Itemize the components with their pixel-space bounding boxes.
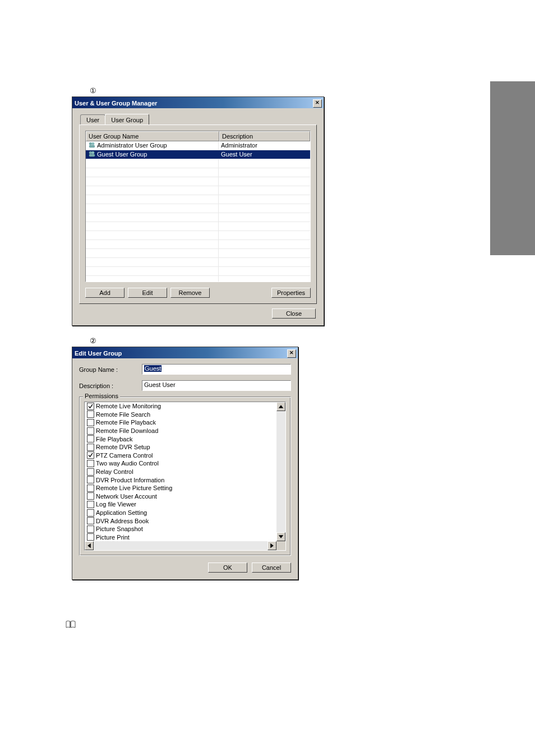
- svg-point-4: [91, 151, 94, 154]
- permissions-groupbox: Permissions Remote Live MonitoringRemote…: [79, 397, 291, 556]
- titlebar-2[interactable]: Edit User Group ✕: [72, 347, 298, 358]
- checkbox[interactable]: [87, 501, 94, 508]
- permissions-checklist[interactable]: Remote Live MonitoringRemote File Search…: [84, 402, 286, 551]
- dialog2-title: Edit User Group: [75, 350, 122, 357]
- permission-label: Remote File Playback: [96, 418, 156, 426]
- checkbox[interactable]: [87, 509, 94, 517]
- properties-button[interactable]: Properties: [271, 288, 311, 298]
- checkbox[interactable]: [87, 517, 94, 524]
- permission-item[interactable]: File Playback: [85, 435, 285, 443]
- checkbox[interactable]: [87, 444, 94, 451]
- scroll-left-icon[interactable]: [85, 541, 94, 550]
- scroll-down-icon[interactable]: [276, 532, 285, 541]
- permission-item[interactable]: Remote Live Monitoring: [85, 402, 285, 411]
- checkbox[interactable]: [87, 533, 94, 541]
- user-group-icon: [88, 141, 96, 150]
- remove-button[interactable]: Remove: [170, 288, 210, 298]
- tab-user[interactable]: User: [80, 114, 105, 125]
- scroll-track-h[interactable]: [94, 541, 268, 550]
- titlebar-1[interactable]: User & User Group Manager ✕: [72, 97, 324, 108]
- checkbox[interactable]: [87, 411, 94, 418]
- side-gray-block: [490, 81, 535, 255]
- checkbox[interactable]: [87, 468, 94, 476]
- checkbox[interactable]: [87, 460, 94, 467]
- dialog1-title: User & User Group Manager: [75, 100, 157, 107]
- scroll-track[interactable]: [276, 411, 285, 532]
- close-button[interactable]: Close: [272, 308, 316, 319]
- permission-item[interactable]: PTZ Camera Control: [85, 451, 285, 460]
- permissions-label: Permissions: [83, 393, 120, 399]
- permission-label: Remote Live Monitoring: [96, 402, 161, 410]
- permission-label: Log file Viewer: [96, 500, 136, 508]
- permission-label: Remote DVR Setup: [96, 443, 150, 451]
- permission-label: DVR Address Book: [96, 517, 149, 525]
- table-row[interactable]: Guest User GroupGuest User: [86, 150, 310, 159]
- permission-item[interactable]: Relay Control: [85, 468, 285, 476]
- horizontal-scrollbar[interactable]: [85, 541, 285, 550]
- vertical-scrollbar[interactable]: [276, 402, 285, 541]
- checkbox[interactable]: [87, 451, 94, 459]
- ok-button[interactable]: OK: [208, 563, 247, 573]
- checkbox[interactable]: [87, 419, 94, 426]
- user-group-manager-dialog: User & User Group Manager ✕ User User Gr…: [72, 96, 324, 326]
- checkbox[interactable]: [87, 476, 94, 483]
- close-icon[interactable]: ✕: [287, 349, 296, 358]
- description-label: Description :: [79, 382, 142, 389]
- permission-item[interactable]: Application Setting: [85, 509, 285, 517]
- cancel-button[interactable]: Cancel: [252, 563, 291, 573]
- edit-user-group-dialog: Edit User Group ✕ Group Name : Guest Des…: [72, 347, 298, 580]
- scroll-right-icon[interactable]: [268, 541, 276, 550]
- svg-rect-2: [89, 145, 95, 147]
- scroll-up-icon[interactable]: [276, 402, 285, 411]
- permission-label: Remote File Search: [96, 411, 150, 418]
- checkbox[interactable]: [87, 485, 94, 492]
- checkbox[interactable]: [87, 403, 94, 410]
- permission-label: Two way Audio Control: [96, 459, 159, 467]
- permission-item[interactable]: Remote File Download: [85, 427, 285, 435]
- action-button-row: Add Edit Remove Properties: [85, 288, 311, 298]
- column-header-name[interactable]: User Group Name: [86, 131, 219, 141]
- row-desc: Administrator: [219, 141, 310, 150]
- checkbox[interactable]: [87, 492, 94, 500]
- group-name-input[interactable]: Guest: [142, 364, 291, 375]
- permission-label: DVR Product Information: [96, 476, 164, 484]
- row-name: Administrator User Group: [97, 141, 167, 150]
- permission-label: Relay Control: [96, 468, 133, 476]
- description-input[interactable]: Guest User: [142, 380, 291, 391]
- svg-point-1: [91, 142, 94, 145]
- permission-label: Remote File Download: [96, 427, 158, 435]
- permission-item[interactable]: Remote File Playback: [85, 418, 285, 427]
- tab-panel-usergroup: User Group Name Description Administrato…: [79, 125, 317, 304]
- permission-item[interactable]: Two way Audio Control: [85, 459, 285, 468]
- add-button[interactable]: Add: [85, 288, 124, 298]
- checkbox[interactable]: [87, 427, 94, 435]
- column-header-desc[interactable]: Description: [219, 131, 310, 141]
- checkbox[interactable]: [87, 435, 94, 442]
- row-name: Guest User Group: [97, 150, 147, 159]
- listview-header: User Group Name Description: [86, 131, 310, 141]
- book-icon: [66, 620, 76, 629]
- edit-button[interactable]: Edit: [128, 288, 167, 298]
- permission-item[interactable]: Remote DVR Setup: [85, 443, 285, 451]
- close-icon[interactable]: ✕: [313, 99, 322, 108]
- tab-user-group[interactable]: User Group: [105, 114, 149, 125]
- checkbox[interactable]: [87, 525, 94, 533]
- permission-item[interactable]: DVR Product Information: [85, 476, 285, 484]
- permission-item[interactable]: Network User Account: [85, 492, 285, 501]
- permission-label: Remote Live Picture Setting: [96, 484, 172, 492]
- permission-item[interactable]: Remote File Search: [85, 411, 285, 419]
- permission-label: Application Setting: [96, 509, 147, 517]
- permission-label: PTZ Camera Control: [96, 451, 153, 459]
- permission-item[interactable]: DVR Address Book: [85, 517, 285, 525]
- permission-label: Network User Account: [96, 492, 157, 500]
- permission-label: File Playback: [96, 435, 132, 443]
- permission-item[interactable]: Picture Snapshot: [85, 525, 285, 533]
- permission-item[interactable]: Remote Live Picture Setting: [85, 484, 285, 492]
- table-row[interactable]: Administrator User GroupAdministrator: [86, 141, 310, 150]
- permission-item[interactable]: Log file Viewer: [85, 500, 285, 509]
- marker-1: ①: [90, 86, 96, 95]
- user-group-listview[interactable]: User Group Name Description Administrato…: [85, 131, 311, 282]
- permission-item[interactable]: Picture Print: [85, 533, 285, 542]
- row-desc: Guest User: [219, 150, 310, 159]
- tabstrip: User User Group: [80, 114, 317, 125]
